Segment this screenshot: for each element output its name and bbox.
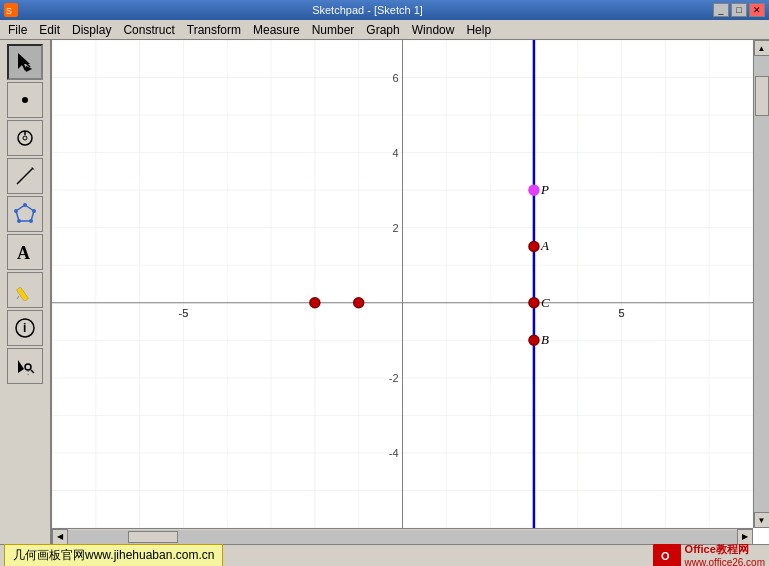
scroll-right-button[interactable]: ▶ bbox=[737, 529, 753, 545]
title-bar: S Sketchpad - [Sketch 1] _ □ ✕ bbox=[0, 0, 769, 20]
svg-rect-19 bbox=[16, 287, 28, 301]
svg-text:A: A bbox=[17, 243, 30, 263]
status-bar: 几何画板官网www.jihehuaban.com.cn O Office教程网 … bbox=[0, 544, 769, 566]
point-tool[interactable] bbox=[7, 82, 43, 118]
canvas-area[interactable]: ▲ ▼ ◀ ▶ bbox=[52, 40, 769, 544]
scroll-left-button[interactable]: ◀ bbox=[52, 529, 68, 545]
svg-point-13 bbox=[32, 209, 36, 213]
text-tool[interactable]: A bbox=[7, 234, 43, 270]
scroll-thumb-horizontal[interactable] bbox=[128, 531, 178, 543]
maximize-button[interactable]: □ bbox=[731, 3, 747, 17]
svg-point-7 bbox=[23, 136, 27, 140]
svg-point-5 bbox=[22, 97, 28, 103]
window-title: Sketchpad - [Sketch 1] bbox=[22, 4, 713, 16]
svg-marker-23 bbox=[18, 360, 24, 373]
svg-point-16 bbox=[14, 209, 18, 213]
compass-tool[interactable] bbox=[7, 120, 43, 156]
menu-measure[interactable]: Measure bbox=[247, 22, 306, 38]
menu-graph[interactable]: Graph bbox=[360, 22, 405, 38]
svg-marker-11 bbox=[16, 205, 34, 221]
watermark: 几何画板官网www.jihehuaban.com.cn bbox=[4, 544, 223, 566]
menu-window[interactable]: Window bbox=[406, 22, 461, 38]
scroll-down-button[interactable]: ▼ bbox=[754, 512, 770, 528]
horizontal-scrollbar[interactable]: ◀ ▶ bbox=[52, 528, 753, 544]
menu-number[interactable]: Number bbox=[306, 22, 361, 38]
svg-point-15 bbox=[17, 219, 21, 223]
menu-transform[interactable]: Transform bbox=[181, 22, 247, 38]
marker-tool[interactable] bbox=[7, 272, 43, 308]
close-button[interactable]: ✕ bbox=[749, 3, 765, 17]
vertical-scrollbar[interactable]: ▲ ▼ bbox=[753, 40, 769, 528]
menu-construct[interactable]: Construct bbox=[117, 22, 180, 38]
toolbar: ▶ bbox=[0, 40, 52, 544]
svg-line-9 bbox=[17, 168, 33, 184]
svg-text:S: S bbox=[6, 6, 12, 16]
svg-line-20 bbox=[17, 296, 19, 299]
window-controls: _ □ ✕ bbox=[713, 3, 765, 17]
select-tool[interactable]: ▶ bbox=[7, 44, 43, 80]
menu-display[interactable]: Display bbox=[66, 22, 117, 38]
svg-point-14 bbox=[29, 219, 33, 223]
app-icon: S bbox=[4, 3, 18, 17]
polygon-tool[interactable] bbox=[7, 196, 43, 232]
menu-file[interactable]: File bbox=[2, 22, 33, 38]
menu-help[interactable]: Help bbox=[460, 22, 497, 38]
office-badge: Office教程网 www.office26.com bbox=[685, 542, 765, 566]
line-tool[interactable] bbox=[7, 158, 43, 194]
svg-point-12 bbox=[23, 203, 27, 207]
scroll-up-button[interactable]: ▲ bbox=[754, 40, 770, 56]
scroll-track-vertical bbox=[754, 56, 769, 512]
menu-edit[interactable]: Edit bbox=[33, 22, 66, 38]
custom-tool[interactable]: : bbox=[7, 348, 43, 384]
svg-text:i: i bbox=[23, 321, 26, 335]
minimize-button[interactable]: _ bbox=[713, 3, 729, 17]
svg-text:▶: ▶ bbox=[26, 64, 33, 73]
scroll-thumb-vertical[interactable] bbox=[755, 76, 769, 116]
info-tool[interactable]: i bbox=[7, 310, 43, 346]
svg-line-25 bbox=[31, 370, 34, 373]
main-area: ▶ bbox=[0, 40, 769, 544]
svg-text:O: O bbox=[661, 550, 670, 562]
menu-bar: File Edit Display Construct Transform Me… bbox=[0, 20, 769, 40]
svg-text::: : bbox=[27, 368, 29, 377]
graph-canvas bbox=[52, 40, 753, 528]
scroll-track-horizontal bbox=[68, 530, 737, 544]
